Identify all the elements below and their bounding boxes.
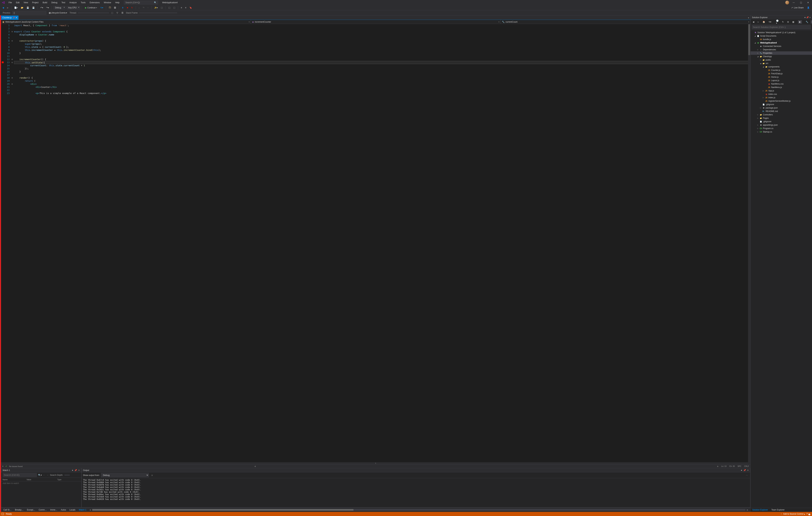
thread-tool-1[interactable]: ⬚ — [110, 11, 114, 15]
search-options-icon[interactable]: 🔍▾ — [38, 474, 42, 476]
output-close-icon[interactable]: × — [747, 469, 749, 471]
watch-col-value[interactable]: Value — [27, 479, 57, 481]
watch-body[interactable]: Add item to watch — [1, 482, 81, 507]
feedback-button[interactable]: 👤 — [806, 6, 811, 9]
nav-prev[interactable]: ◀ — [254, 465, 256, 467]
menu-view[interactable]: View — [22, 1, 30, 4]
pin-icon[interactable]: 📌 — [13, 17, 15, 19]
output-body[interactable]: The thread 0x67c0 has exited with code 0… — [82, 478, 750, 507]
status-mode-icon[interactable] — [2, 513, 4, 515]
pause-button[interactable]: ⏸ — [121, 6, 125, 9]
fold-toggle[interactable] — [11, 55, 13, 58]
fold-toggle[interactable] — [11, 92, 13, 95]
watch-close-icon[interactable]: × — [78, 469, 80, 471]
tree-row[interactable]: ▷▪Dependencies — [751, 48, 812, 51]
fold-toggle[interactable]: ⊟ — [11, 39, 13, 43]
fold-toggle[interactable] — [11, 64, 13, 67]
nav-back-button[interactable]: ◀ — [1, 6, 5, 9]
fold-toggle[interactable] — [11, 49, 13, 52]
redo-button[interactable]: ↷▾ — [45, 6, 50, 9]
expand-icon[interactable]: ▷ — [757, 124, 759, 126]
prev-icon[interactable]: ← — [43, 474, 45, 476]
tree-row[interactable]: ▷C#Program.cs — [751, 127, 812, 130]
output-tool-2[interactable]: ⋯ — [745, 473, 749, 477]
watch-dropdown-icon[interactable]: ▾ — [72, 469, 74, 471]
minimize-button[interactable]: — — [791, 0, 796, 5]
output-dropdown-icon[interactable]: ▾ — [741, 469, 742, 471]
close-tab-icon[interactable]: × — [16, 16, 17, 19]
bottom-tab[interactable]: Locals — [68, 508, 77, 512]
se-tool-1[interactable]: 🕐▾ — [775, 19, 780, 25]
fold-toggle[interactable] — [11, 43, 13, 46]
fold-toggle[interactable]: ⊟ — [11, 76, 13, 79]
thread-dropdown[interactable] — [78, 12, 109, 13]
output-tool-1[interactable]: ≣ — [150, 473, 154, 477]
maximize-button[interactable]: ▢ — [798, 0, 804, 5]
user-avatar[interactable] — [785, 1, 789, 4]
expand-icon[interactable]: ◢ — [757, 56, 759, 57]
tree-row[interactable]: JSFetchData.js — [751, 72, 812, 75]
h-scrollbar[interactable] — [92, 509, 746, 511]
editor-scrollbar[interactable] — [748, 24, 750, 462]
bottom-tab[interactable]: Watch 1 — [77, 508, 88, 512]
expand-icon[interactable]: ▷ — [757, 52, 759, 54]
config-dropdown[interactable]: Debug — [54, 6, 65, 9]
refresh-button[interactable]: ↻▾ — [99, 6, 104, 9]
menu-debug[interactable]: Debug — [50, 1, 59, 4]
tool-3[interactable]: ⬚ — [167, 6, 171, 9]
se-close-icon[interactable]: × — [809, 16, 811, 19]
bottom-tab[interactable]: Breakp… — [13, 508, 25, 512]
tree-row[interactable]: ◢📁components — [751, 65, 812, 69]
menu-test[interactable]: Test — [60, 1, 67, 4]
code-editor[interactable]: 1234567891011121314151617181920212223 ⊟⊟… — [1, 24, 750, 462]
se-preview-icon[interactable]: ▭ — [811, 20, 812, 24]
expand-icon[interactable]: ▷ — [757, 131, 759, 133]
nav-member1[interactable]: ◈ incrementCounter — [251, 20, 501, 24]
fold-toggle[interactable] — [11, 70, 13, 73]
tree-row[interactable]: 📄.gitignore — [751, 103, 812, 106]
save-button[interactable]: 💾 — [26, 6, 30, 9]
screenshot-button[interactable]: 🖼 — [113, 6, 117, 9]
notifications-icon[interactable]: 🏳1 — [806, 513, 810, 515]
fold-toggle[interactable]: ⊟ — [11, 83, 13, 86]
tree-row[interactable]: ▷C#Startup.cs — [751, 130, 812, 134]
tree-row[interactable]: ▷⚙package.json — [751, 106, 812, 110]
fold-toggle[interactable] — [11, 24, 13, 27]
fold-toggle[interactable] — [11, 36, 13, 39]
bottom-tab[interactable]: Autos — [59, 508, 68, 512]
tree-row[interactable]: ▷JSindex.js — [751, 96, 812, 99]
tree-row[interactable]: JSbundle.js — [751, 38, 812, 41]
overflow-icon[interactable]: ▾ — [2, 465, 3, 467]
se-home-icon[interactable]: 🏠 — [761, 20, 766, 24]
tree-row[interactable]: M↓README.md — [751, 110, 812, 113]
tool-7[interactable]: 🔖 — [188, 6, 193, 9]
browser-link-button[interactable]: 🗔 — [108, 6, 112, 9]
expand-icon[interactable]: ◢ — [759, 62, 761, 64]
continue-button[interactable]: ▶ Continue ▾ — [84, 6, 98, 9]
watch-col-type[interactable]: Type — [57, 479, 80, 481]
se-refresh-icon[interactable]: ↻ — [781, 20, 785, 24]
depth-dropdown[interactable] — [64, 474, 70, 476]
tool-1[interactable]: ✨▾ — [153, 6, 159, 9]
menu-build[interactable]: Build — [41, 1, 49, 4]
expand-icon[interactable]: ▷ — [757, 117, 759, 119]
tool-6[interactable]: ≡ — [184, 6, 187, 9]
stack-dropdown[interactable] — [140, 12, 177, 13]
menu-help[interactable]: Help — [113, 1, 121, 4]
tree-row[interactable]: ▤NavMenu.css — [751, 82, 812, 86]
expand-icon[interactable]: ▷ — [759, 107, 761, 109]
output-pin-icon[interactable]: 📌 — [743, 469, 746, 471]
se-tool-2[interactable]: ◧ — [798, 20, 802, 24]
expand-icon[interactable]: ▷ — [759, 59, 761, 61]
step-over-button[interactable]: ↷ — [142, 6, 145, 9]
new-button[interactable]: 📄▾ — [13, 6, 19, 9]
watch-search-input[interactable] — [3, 473, 37, 477]
menu-window[interactable]: Window — [102, 1, 113, 4]
fold-toggle[interactable] — [11, 33, 13, 36]
fold-toggle[interactable] — [11, 27, 13, 30]
tree-row[interactable]: JSHome.js — [751, 75, 812, 79]
bottom-tab[interactable]: Call St… — [2, 508, 13, 512]
tree-row[interactable]: ◢📁src — [751, 62, 812, 65]
step-into-button[interactable]: ↓ — [138, 6, 141, 9]
process-dropdown[interactable]: [] — [12, 11, 46, 15]
